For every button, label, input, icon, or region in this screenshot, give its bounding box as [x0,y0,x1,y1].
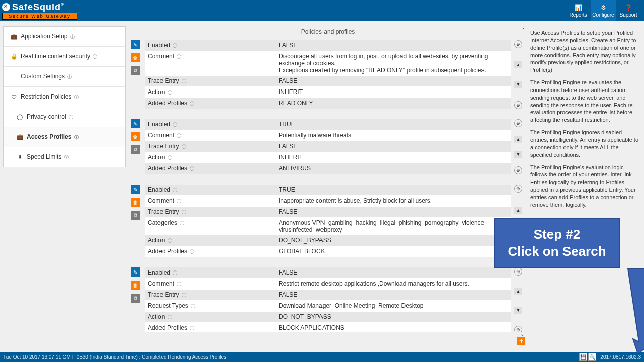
policy-row: Trace Entry ⓘFALSE [145,207,511,218]
policy-row: Enabled ⓘFALSE [145,267,511,279]
row-label: Categories ⓘ [145,218,276,228]
row-value: READ ONLY [276,98,511,108]
nav-reports[interactable]: 📊 Reports [566,0,591,21]
nav-label: Configure [592,12,614,18]
row-value: GLOBAL BLOCK [276,246,511,256]
move-top-button[interactable]: ⊕ [514,119,522,127]
move-down-button[interactable]: ▼ [514,81,522,88]
clone-button[interactable]: ⧉ [131,145,140,154]
edit-button[interactable]: ✎ [131,119,140,128]
reports-icon: 📊 [575,4,582,11]
section-title: Policies and profiles [131,24,525,40]
move-down-button[interactable]: ▼ [514,151,522,158]
app-body: 💼Application Setup ⓘ🔒Real time content s… [0,21,644,343]
move-down-button[interactable]: ▼ [514,307,522,314]
row-value: FALSE [276,290,511,300]
menu-item-icon: ⬇ [17,154,23,160]
row-label: Trace Entry ⓘ [145,76,276,86]
move-top-button[interactable]: ⊕ [514,267,522,276]
row-label: Trace Entry ⓘ [145,207,276,217]
menu-item-label: Restriction Policies ⓘ [21,93,79,101]
policy-row: Enabled ⓘFALSE [145,40,511,51]
row-label: Added Profiles ⓘ [145,163,276,174]
policy-grid: Enabled ⓘFALSEComment ⓘDiscourage all us… [145,40,511,109]
menu-item-icon: 💼 [11,33,17,40]
menu-item-label: Custom Settings ⓘ [21,73,72,80]
policy-scroll[interactable]: ✎🗑⧉Enabled ⓘFALSEComment ⓘDiscourage all… [131,40,525,332]
help-panel: ˄ Use Access Profiles to setup your Prof… [525,24,642,343]
brand: SafeSquid® Secure Web Gateway [2,2,77,20]
add-policy-button[interactable]: + [517,337,525,345]
tutorial-callout: Step #2 Click on Search [494,218,620,268]
move-up-button[interactable]: ▲ [514,288,522,295]
sidebar-item-application-setup[interactable]: 💼Application Setup ⓘ [4,27,125,46]
move-up-button[interactable]: ▲ [514,61,522,68]
menu-item-label: Speed Limits ⓘ [27,153,69,161]
delete-button[interactable]: 🗑 [131,132,140,141]
policy-row: Added Profiles ⓘANTIVIRUS [145,163,511,174]
sidebar-item-restriction-policies[interactable]: 🛡Restriction Policies ⓘ [4,86,125,107]
policy-row: Enabled ⓘTRUE [145,119,511,130]
row-label: Enabled ⓘ [145,267,276,278]
move-up-button[interactable]: ▲ [514,136,522,143]
policy-grid: Enabled ⓘFALSEComment ⓘRestrict remote d… [145,267,511,332]
move-bottom-button[interactable]: ⊕ [514,101,522,109]
edit-button[interactable]: ✎ [131,267,140,277]
delete-button[interactable]: 🗑 [131,198,140,207]
edit-button[interactable]: ✎ [131,40,140,49]
brand-logo-icon [2,3,10,11]
policy-row: Enabled ⓘTRUE [145,185,511,196]
row-value: Inappropriate content is abuse, Strictly… [276,196,511,206]
row-value: FALSE [276,207,511,217]
search-icon[interactable]: 🔍 [588,353,596,361]
clone-button[interactable]: ⧉ [131,294,140,303]
row-label: Enabled ⓘ [145,185,276,195]
edit-button[interactable]: ✎ [131,185,140,194]
clone-button[interactable]: ⧉ [131,211,140,220]
nav-support[interactable]: ❓ Support [616,0,641,21]
svg-marker-0 [628,268,644,354]
menu-item-icon: ≡ [11,74,17,80]
delete-button[interactable]: 🗑 [131,281,140,290]
row-label: Comment ⓘ [145,279,276,289]
sidebar-item-privacy-control[interactable]: ◯Privacy control ⓘ [4,107,125,127]
sidebar-item-custom-settings[interactable]: ≡Custom Settings ⓘ [4,66,125,86]
top-nav: 📊 Reports ⚙ Configure ❓ Support [566,0,641,21]
brand-name: SafeSquid® [12,2,64,13]
sidebar-item-access-profiles[interactable]: 💼Access Profiles ⓘ [4,127,125,147]
row-label: Action ⓘ [145,312,276,322]
row-value: FALSE [276,40,511,50]
menu-item-label: Privacy control ⓘ [27,113,73,121]
move-top-button[interactable]: ⊕ [514,185,522,193]
row-label: Action ⓘ [145,87,276,98]
row-value: FALSE [276,141,511,151]
move-bottom-button[interactable]: ⊕ [514,166,522,174]
nav-label: Support [619,12,637,18]
policy-row: Added Profiles ⓘREAD ONLY [145,98,511,109]
nav-configure[interactable]: ⚙ Configure [591,0,616,21]
menu-item-icon: 🔒 [11,53,17,60]
callout-line1: Step #2 [534,226,581,243]
brand-tagline: Secure Web Gateway [2,13,77,20]
scroll-up-icon[interactable]: ˄ [522,27,525,34]
save-icon[interactable]: 💾 [579,353,587,361]
sidebar-item-real-time-content-security[interactable]: 🔒Real time content security ⓘ [4,46,125,66]
menu-item-icon: ◯ [17,114,23,120]
row-label: Trace Entry ⓘ [145,290,276,300]
top-bar: SafeSquid® Secure Web Gateway 📊 Reports … [0,0,644,21]
move-top-button[interactable]: ⊕ [514,40,522,48]
policy-row: Comment ⓘPotentially malware threats [145,130,511,141]
clone-button[interactable]: ⧉ [131,66,140,75]
menu-item-label: Access Profiles ⓘ [27,133,79,141]
row-value: Discourage all users from log in, post, … [276,51,511,75]
sidebar-item-speed-limits[interactable]: ⬇Speed Limits ⓘ [4,147,125,167]
scroll-down-icon[interactable]: ⌄ [520,331,524,337]
row-value: Anonymous VPN gambling hacking illegal p… [276,218,511,235]
row-label: Enabled ⓘ [145,119,276,130]
main: Policies and profiles ✎🗑⧉Enabled ⓘFALSEC… [129,21,644,343]
delete-button[interactable]: 🗑 [131,53,140,62]
move-up-button[interactable]: ▲ [514,207,522,214]
status-bar: Tue Oct 10 2017 13:07:11 GMT+0530 (India… [0,352,644,362]
row-label: Action ⓘ [145,235,276,246]
row-value: BLOCK APPLICATIONS [276,323,511,332]
